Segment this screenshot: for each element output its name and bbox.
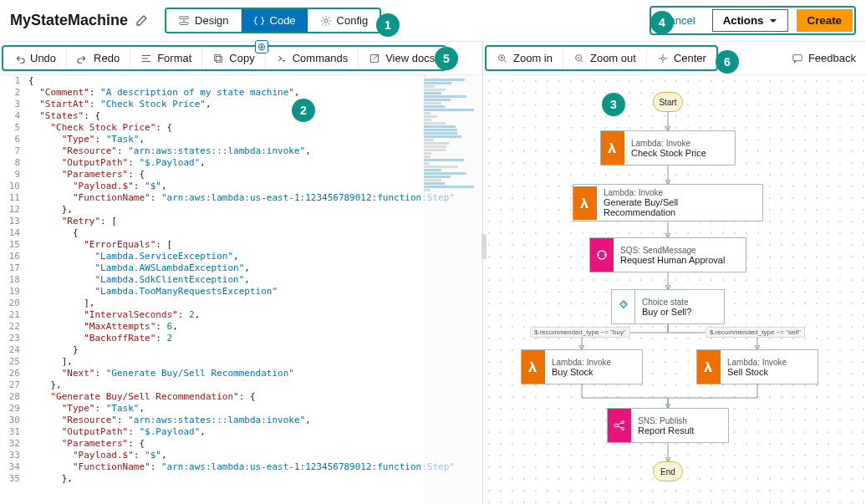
lambda-icon	[522, 350, 545, 384]
tab-config[interactable]: Config	[308, 9, 380, 32]
node-type: Lambda: Invoke	[631, 139, 706, 148]
node-type: SQS: SendMessage	[620, 246, 725, 255]
node-type: Choice state	[642, 298, 691, 307]
zoomout-label: Zoom out	[590, 52, 636, 64]
undo-icon	[13, 53, 25, 64]
commands-button[interactable]: Commands	[266, 47, 359, 69]
callout-2: 2	[292, 99, 315, 122]
zoomin-label: Zoom in	[513, 52, 553, 64]
undo-label: Undo	[30, 52, 56, 64]
lambda-icon	[697, 350, 721, 384]
commands-label: Commands	[293, 52, 348, 64]
redo-button[interactable]: Redo	[67, 47, 130, 69]
redo-icon	[77, 53, 89, 64]
svg-text:?: ?	[622, 302, 625, 308]
svg-point-9	[661, 57, 665, 60]
node-buy[interactable]: Lambda: InvokeBuy Stock	[521, 349, 643, 384]
zoomin-icon	[497, 53, 508, 64]
graph-tool-group: Zoom in Zoom out Center	[485, 45, 718, 71]
feedback-icon	[792, 53, 803, 64]
node-title: Check Stock Price	[631, 148, 706, 158]
graph-canvas[interactable]: Start Lambda: InvokeCheck Stock Price La…	[483, 75, 866, 504]
edit-icon[interactable]	[135, 14, 148, 28]
undo-button[interactable]: Undo	[3, 47, 67, 69]
node-type: Lambda: Invoke	[552, 358, 611, 367]
node-sell[interactable]: Lambda: InvokeSell Stock	[696, 349, 818, 384]
code-editor[interactable]: 1234567891011121314151617181920212223242…	[0, 75, 482, 504]
external-icon	[369, 53, 380, 64]
node-title: Report Result	[638, 425, 694, 435]
zoomin-button[interactable]: Zoom in	[486, 47, 563, 69]
tab-design[interactable]: Design	[166, 9, 241, 32]
zoomout-button[interactable]: Zoom out	[563, 47, 647, 69]
config-icon	[320, 15, 332, 27]
node-type: SNS: Publish	[638, 416, 694, 425]
viewdocs-button[interactable]: View docs	[359, 47, 445, 69]
tab-design-label: Design	[195, 14, 228, 27]
feedback-button[interactable]: Feedback	[782, 47, 866, 69]
node-generate[interactable]: Lambda: InvokeGenerate Buy/Sell Recommen…	[573, 184, 763, 221]
minimap[interactable]	[424, 75, 482, 504]
svg-point-17	[598, 254, 599, 256]
node-title: Buy Stock	[552, 367, 611, 377]
center-icon	[657, 53, 669, 64]
center-label: Center	[674, 52, 706, 64]
tab-code[interactable]: Code	[242, 9, 308, 32]
redo-label: Redo	[94, 52, 120, 64]
node-type: Lambda: Invoke	[604, 188, 752, 197]
node-sns[interactable]: SNS: PublishReport Result	[607, 408, 729, 443]
page-title: MyStateMachine	[10, 12, 128, 29]
lambda-icon	[601, 131, 624, 165]
node-sqs[interactable]: SQS: SendMessageRequest Human Approval	[589, 237, 746, 272]
format-icon	[140, 53, 152, 64]
end-cap[interactable]: End	[653, 461, 683, 481]
svg-rect-1	[180, 22, 189, 24]
callout-6: 6	[716, 50, 739, 74]
tab-code-label: Code	[270, 14, 296, 27]
code-body[interactable]: { "Comment": "A description of my state …	[25, 75, 482, 504]
choice-icon: ?	[612, 290, 635, 323]
code-icon	[253, 15, 265, 27]
actions-button[interactable]: Actions	[712, 9, 788, 32]
add-indicator-icon[interactable]: ⊕	[255, 40, 268, 53]
main: Undo Redo Format Copy Commands View docs…	[0, 42, 866, 504]
sns-icon	[608, 409, 631, 442]
graph-pane: Zoom in Zoom out Center Feedback Start	[483, 42, 866, 504]
tab-config-label: Config	[337, 14, 369, 27]
svg-point-21	[614, 424, 618, 427]
code-tool-group: Undo Redo Format Copy Commands View docs	[2, 45, 446, 71]
title-wrap: MyStateMachine	[10, 12, 148, 29]
copy-icon	[212, 53, 224, 64]
edge-label-sell: $.recommended_type ~= "sell"	[706, 327, 805, 338]
node-check-stock[interactable]: Lambda: InvokeCheck Stock Price	[600, 130, 736, 165]
callout-1: 1	[376, 13, 400, 37]
copy-label: Copy	[229, 52, 254, 64]
format-button[interactable]: Format	[130, 47, 202, 69]
svg-point-18	[604, 254, 606, 256]
lambda-icon	[573, 186, 597, 220]
line-gutter: 1234567891011121314151617181920212223242…	[0, 75, 25, 504]
node-title: Generate Buy/Sell Recommendation	[604, 197, 752, 217]
splitter-handle[interactable]	[481, 234, 486, 259]
mode-tabs: Design Code Config	[165, 8, 381, 33]
sqs-icon	[590, 238, 614, 272]
commands-icon	[276, 53, 288, 64]
node-title: Sell Stock	[727, 367, 787, 377]
node-choice[interactable]: ? Choice stateBuy or Sell?	[611, 289, 725, 324]
graph-toolbar: Zoom in Zoom out Center Feedback	[483, 42, 866, 75]
svg-rect-0	[180, 16, 189, 18]
create-button[interactable]: Create	[797, 9, 853, 32]
design-icon	[178, 15, 190, 27]
zoomout-icon	[573, 53, 585, 64]
viewdocs-label: View docs	[385, 52, 435, 64]
callout-3: 3	[602, 93, 625, 116]
edge-label-buy: $.recommended_type ~= "buy"	[530, 327, 630, 338]
feedback-label: Feedback	[808, 52, 856, 64]
node-title: Request Human Approval	[620, 255, 725, 265]
center-button[interactable]: Center	[647, 47, 716, 69]
svg-rect-10	[793, 54, 802, 60]
node-type: Lambda: Invoke	[727, 358, 787, 367]
start-cap[interactable]: Start	[653, 92, 683, 112]
code-toolbar: Undo Redo Format Copy Commands View docs	[0, 42, 482, 75]
callout-5: 5	[435, 47, 458, 70]
